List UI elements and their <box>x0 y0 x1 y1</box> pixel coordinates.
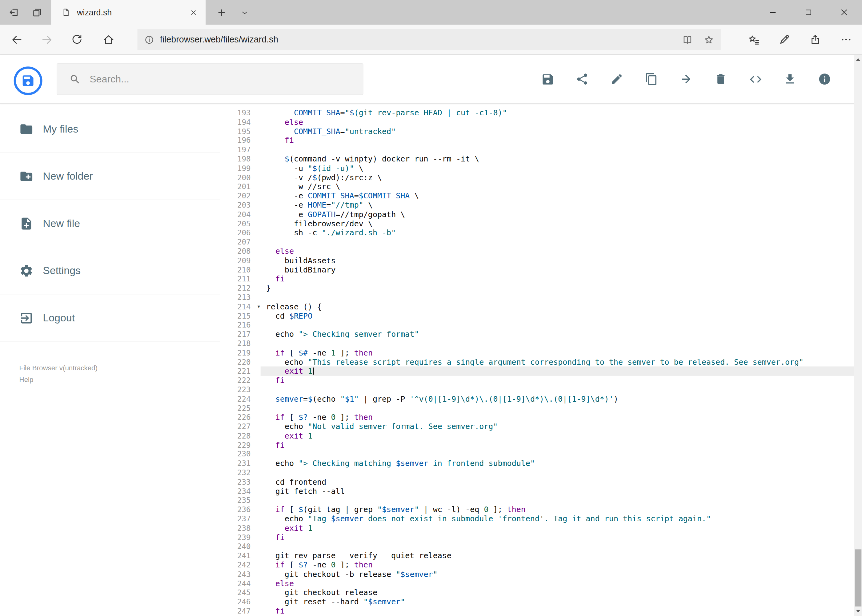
code-text[interactable]: COMMIT_SHA="$(git rev-parse HEAD | cut -… <box>261 108 854 118</box>
save-button[interactable] <box>541 72 555 86</box>
code-text[interactable]: fi <box>261 440 854 449</box>
code-text[interactable]: release () { <box>261 302 854 311</box>
web-note-button[interactable] <box>772 27 797 52</box>
code-line-217[interactable]: 217 echo "> Checking semver format" <box>220 330 854 339</box>
code-text[interactable]: fi <box>261 533 854 542</box>
code-line-221[interactable]: 221 exit 1 <box>220 366 854 376</box>
code-text[interactable] <box>261 385 854 394</box>
code-text[interactable]: exit 1 <box>261 431 854 440</box>
code-text[interactable]: cd frontend <box>261 477 854 487</box>
code-text[interactable]: sh -c "./wizard.sh -b" <box>261 228 854 237</box>
refresh-button[interactable] <box>65 27 89 52</box>
code-text[interactable] <box>261 404 854 413</box>
code-text[interactable] <box>261 293 854 302</box>
code-text[interactable]: buildBinary <box>261 265 854 274</box>
code-text[interactable]: echo "Tag $semver does not exist in subm… <box>261 514 854 523</box>
new-tab-button[interactable] <box>210 0 233 25</box>
code-line-245[interactable]: 245 git checkout release <box>220 588 854 597</box>
delete-button[interactable] <box>714 72 728 86</box>
code-text[interactable]: buildAssets <box>261 256 854 265</box>
tabs-preview-button[interactable] <box>25 0 48 25</box>
code-line-237[interactable]: 237 echo "Tag $semver does not exist in … <box>220 514 854 523</box>
code-text[interactable]: echo "> Checking matching $semver in fro… <box>261 459 854 468</box>
reading-view-button[interactable] <box>682 34 693 46</box>
code-line-207[interactable]: 207 <box>220 237 854 247</box>
move-button[interactable] <box>679 72 693 86</box>
code-text[interactable]: git checkout -b release "$semver" <box>261 570 854 579</box>
code-line-206[interactable]: 206 sh -c "./wizard.sh -b" <box>220 228 854 237</box>
code-line-234[interactable]: 234 git fetch --all <box>220 487 854 496</box>
code-line-198[interactable]: 198 $(command -v winpty) docker run --rm… <box>220 154 854 163</box>
code-text[interactable]: git checkout release <box>261 588 854 597</box>
code-line-239[interactable]: 239 fi <box>220 533 854 542</box>
code-text[interactable]: fi <box>261 607 854 616</box>
help-link[interactable]: Help <box>19 374 98 385</box>
sidebar-item-settings[interactable]: Settings <box>0 247 220 295</box>
raw-code-button[interactable] <box>748 72 762 86</box>
code-text[interactable] <box>261 321 854 330</box>
code-text[interactable] <box>261 496 854 505</box>
tab-close-button[interactable] <box>186 5 201 20</box>
code-line-232[interactable]: 232 <box>220 468 854 477</box>
rename-button[interactable] <box>610 72 624 86</box>
code-line-196[interactable]: 196 fi <box>220 136 854 145</box>
code-line-226[interactable]: 226 if [ $? -ne 0 ]; then <box>220 413 854 422</box>
code-line-227[interactable]: 227 echo "Not valid semver format. See s… <box>220 422 854 431</box>
code-line-208[interactable]: 208 else <box>220 247 854 256</box>
code-line-202[interactable]: 202 -e COMMIT_SHA=$COMMIT_SHA \ <box>220 191 854 201</box>
code-line-230[interactable]: 230 <box>220 449 854 459</box>
back-button[interactable] <box>4 27 28 52</box>
code-line-222[interactable]: 222 fi <box>220 376 854 385</box>
code-line-193[interactable]: 193 COMMIT_SHA="$(git rev-parse HEAD | c… <box>220 108 854 118</box>
code-text[interactable]: COMMIT_SHA="untracked" <box>261 127 854 136</box>
code-line-240[interactable]: 240 <box>220 542 854 551</box>
code-text[interactable]: git reset --hard "$semver" <box>261 597 854 607</box>
code-line-233[interactable]: 233 cd frontend <box>220 477 854 487</box>
code-line-229[interactable]: 229 fi <box>220 440 854 449</box>
close-window-button[interactable] <box>826 0 862 25</box>
code-text[interactable]: if [ $(git tag | grep "$semver" | wc -l)… <box>261 505 854 514</box>
copy-button[interactable] <box>645 72 659 86</box>
code-text[interactable]: echo "> Checking semver format" <box>261 330 854 339</box>
code-line-209[interactable]: 209 buildAssets <box>220 256 854 265</box>
favorite-star-button[interactable] <box>703 34 715 46</box>
info-button[interactable] <box>817 72 832 86</box>
code-line-197[interactable]: 197 <box>220 145 854 154</box>
code-line-210[interactable]: 210 buildBinary <box>220 265 854 274</box>
code-text[interactable]: git fetch --all <box>261 487 854 496</box>
code-text[interactable]: if [ $? -ne 0 ]; then <box>261 413 854 422</box>
code-text[interactable]: exit 1 <box>261 366 854 376</box>
code-line-236[interactable]: 236 if [ $(git tag | grep "$semver" | wc… <box>220 505 854 514</box>
code-line-231[interactable]: 231 echo "> Checking matching $semver in… <box>220 459 854 468</box>
sidebar-item-logout[interactable]: Logout <box>0 294 220 342</box>
code-text[interactable]: fi <box>261 136 854 145</box>
code-line-224[interactable]: 224 semver=$(echo "$1" | grep -P '^v(0|[… <box>220 394 854 404</box>
code-text[interactable]: $(command -v winpty) docker run --rm -it… <box>261 154 854 163</box>
code-line-205[interactable]: 205 filebrowser/dev \ <box>220 219 854 228</box>
scrollbar-thumb[interactable] <box>855 549 861 607</box>
code-area[interactable]: 193 COMMIT_SHA="$(git rev-parse HEAD | c… <box>220 108 854 616</box>
address-bar[interactable]: filebrowser.web/files/wizard.sh <box>137 29 721 50</box>
code-line-235[interactable]: 235 <box>220 496 854 505</box>
code-line-212[interactable]: 212} <box>220 284 854 293</box>
home-button[interactable] <box>96 27 121 52</box>
code-text[interactable]: cd $REPO <box>261 311 854 321</box>
tab-list-chevron-button[interactable] <box>233 0 256 25</box>
code-text[interactable]: -v /$(pwd):/src:z \ <box>261 173 854 182</box>
code-text[interactable] <box>261 468 854 477</box>
code-line-241[interactable]: 241 git rev-parse --verify --quiet relea… <box>220 551 854 560</box>
sidebar-item-my-files[interactable]: My files <box>0 105 220 153</box>
code-line-242[interactable]: 242 if [ $? -ne 0 ]; then <box>220 560 854 570</box>
code-line-238[interactable]: 238 exit 1 <box>220 523 854 533</box>
minimize-button[interactable] <box>755 0 791 25</box>
code-text[interactable]: else <box>261 118 854 127</box>
page-scrollbar[interactable] <box>854 55 862 616</box>
code-line-200[interactable]: 200 -v /$(pwd):/src:z \ <box>220 173 854 182</box>
code-text[interactable] <box>261 542 854 551</box>
code-line-243[interactable]: 243 git checkout -b release "$semver" <box>220 570 854 579</box>
code-text[interactable]: fi <box>261 376 854 385</box>
code-line-201[interactable]: 201 -w //src \ <box>220 182 854 191</box>
code-text[interactable]: fi <box>261 274 854 284</box>
code-text[interactable] <box>261 237 854 247</box>
code-line-225[interactable]: 225 <box>220 404 854 413</box>
